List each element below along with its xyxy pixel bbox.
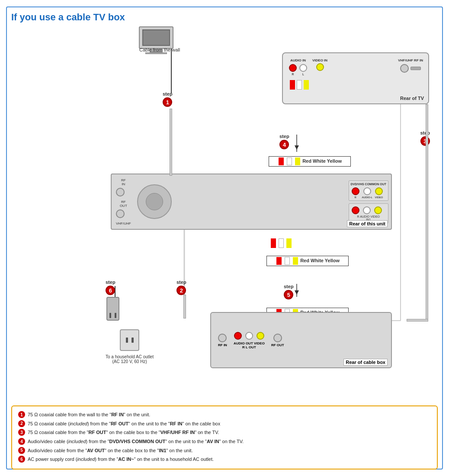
unit-white-cable-top — [279, 238, 284, 248]
unit-dvd-r-label: R — [354, 196, 356, 199]
rf-cable-3-horizontal — [407, 319, 428, 322]
tv-yellow-cable — [304, 80, 309, 90]
cable-rf-in-label: RF IN — [218, 343, 227, 347]
step-1-label: step — [163, 91, 173, 96]
step-2-container: step 2 — [176, 280, 186, 295]
rear-cable-panel: RF IN AUDIO OUT V — [210, 312, 392, 368]
note-num-6: 6 — [18, 456, 25, 463]
rwy2-yellow — [293, 257, 298, 265]
rwy1-text: Red White Yellow — [302, 158, 342, 164]
outlet-container: To a household AC outlet(AC 120 V, 60 Hz… — [106, 329, 154, 364]
cable-av-label: AUDIO OUT VIDEOR L OUT — [234, 341, 265, 349]
step-6-label: step — [106, 280, 115, 285]
rwy2-white — [285, 257, 290, 265]
note-text-2: 75 Ω coaxial cable (included) from the "… — [28, 420, 431, 428]
tv-r-label: R — [292, 73, 294, 76]
cable-rf-out-label: RF OUT — [271, 343, 284, 347]
step-5-circle: 5 — [284, 290, 293, 299]
rf-cable-3 — [426, 104, 428, 321]
note-text-4: Audio/video cable (included) from the "D… — [28, 437, 431, 446]
note-num-5: 5 — [18, 447, 25, 454]
unit-dvd-label: DVD/VHS COMMON OUT — [351, 183, 386, 186]
rwy1-white — [287, 158, 292, 165]
note-item-3: 3 75 Ω coaxial cable from the "RF OUT" o… — [18, 428, 431, 437]
tv-audio-l-jack — [299, 64, 307, 72]
plug-prong-1 — [109, 313, 111, 318]
step-2-label: step — [176, 280, 186, 285]
coax-cable-2 — [183, 295, 186, 318]
tv-white-cable — [297, 80, 302, 90]
unit-in1-y-jack — [374, 206, 382, 214]
diagram-area: Cable from the wall AUDIO IN R L — [11, 26, 438, 403]
step-6-circle: 6 — [106, 286, 115, 295]
note-num-3: 3 — [18, 429, 25, 436]
cable-audio-r-jack — [234, 332, 242, 340]
unit-dvd-l-jack — [363, 187, 371, 195]
cable-video-jack — [257, 332, 264, 340]
unit-dvd-v-jack — [375, 187, 383, 195]
rear-unit-label: Rear of this unit — [347, 220, 388, 227]
plug-prong-2 — [115, 313, 116, 318]
note-text-5: Audio/video cable from the "AV OUT" on t… — [28, 447, 431, 455]
step-4-label: step — [279, 134, 289, 139]
tv-video-jack — [316, 63, 324, 71]
cable-rf-in-jack — [218, 334, 227, 342]
svg-marker-11 — [295, 145, 299, 150]
unit-dvd-r-jack — [352, 187, 359, 195]
rwy-box-2: Red White Yellow — [266, 256, 349, 266]
tv-l-label: L — [302, 73, 304, 76]
note-item-6: 6 AC power supply cord (included) from t… — [18, 455, 431, 463]
unit-red-cable-top — [271, 238, 276, 248]
svg-marker-13 — [295, 290, 299, 295]
note-item-4: 4 Audio/video cable (included) from the … — [18, 437, 431, 446]
step-3-label: step — [420, 130, 430, 135]
tv-red-cable — [290, 80, 295, 90]
outlet-icon — [120, 329, 139, 351]
notes-box: 1 75 Ω coaxial cable from the wall to th… — [11, 405, 438, 470]
tv-video-in-label: VIDEO IN — [312, 58, 327, 62]
note-text-1: 75 Ω coaxial cable from the wall to the … — [28, 411, 431, 419]
unit-yellow-cable-top — [286, 238, 292, 248]
power-plug-icon — [106, 297, 119, 321]
note-text-6: AC power supply cord (included) from the… — [28, 455, 431, 463]
unit-top-cables — [271, 238, 292, 248]
unit-rf-out-jack — [116, 209, 125, 218]
note-num-4: 4 — [18, 438, 25, 445]
rear-tv-panel: AUDIO IN R L VIDEO IN — [282, 52, 429, 104]
rear-unit-panel: RFIN RFOUT VHF/UHF DVD/VHS COMMON OUT — [111, 174, 392, 230]
outlet-label: To a household AC outlet(AC 120 V, 60 Hz… — [106, 354, 154, 364]
rwy2-red — [276, 257, 282, 265]
step-1-circle: 1 — [163, 97, 172, 107]
note-item-5: 5 Audio/video cable from the "AV OUT" on… — [18, 447, 431, 455]
cable-audio-l-jack — [245, 332, 253, 340]
tv-vhf-coax — [400, 64, 409, 73]
step-5-label: step — [284, 284, 294, 289]
step-3-container: step 3 — [420, 130, 430, 146]
rwy-box-1: Red White Yellow — [269, 156, 351, 167]
power-plug-container — [106, 297, 119, 321]
page-title: If you use a cable TV box — [11, 12, 438, 23]
outlet-slot-1 — [126, 338, 128, 343]
unit-in1-r-jack — [352, 206, 359, 214]
note-num-2: 2 — [18, 420, 25, 427]
step-4-circle: 4 — [279, 140, 289, 149]
unit-in1-w-jack — [363, 206, 371, 214]
step-3-circle: 3 — [420, 136, 430, 146]
tv-rf-connector — [411, 67, 421, 70]
tv-audio-in-label: AUDIO IN — [290, 58, 306, 62]
step-5-container: step 5 — [284, 284, 294, 299]
main-container: If you use a cable TV box — [6, 6, 443, 470]
cable-rf-out-jack — [273, 334, 282, 342]
note-item-2: 2 75 Ω coaxial cable (included) from the… — [18, 420, 431, 428]
rwy1-red — [279, 158, 284, 165]
unit-rf-out-label: RFOUT — [116, 200, 131, 208]
unit-dvd-v-label: VIDEO — [375, 196, 383, 199]
tv-audio-r-jack — [289, 64, 297, 72]
unit-disc — [137, 184, 172, 219]
step-4-container: step 4 — [279, 134, 289, 149]
unit-rf-in-label: RFIN — [116, 178, 131, 186]
rear-cable-label: Rear of cable box — [343, 359, 388, 366]
outlet-slot-2 — [131, 338, 134, 343]
rear-tv-label: Rear of TV — [400, 96, 424, 101]
unit-dvd-l-label: AUDIO-L — [362, 196, 372, 199]
